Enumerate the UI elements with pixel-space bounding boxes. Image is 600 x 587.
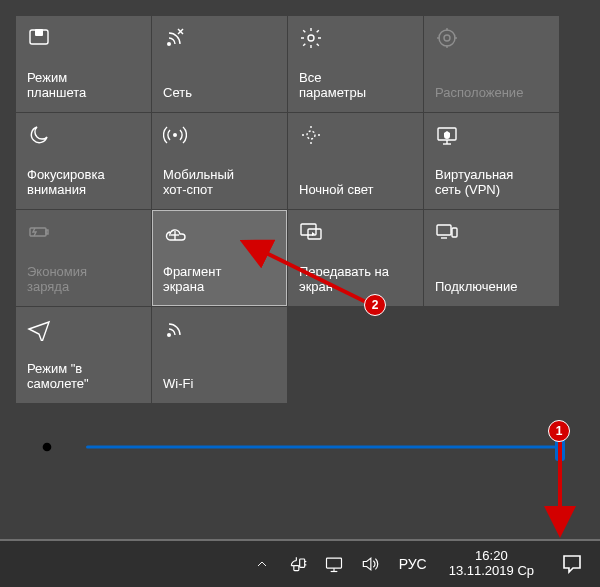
brightness-slider[interactable] bbox=[86, 435, 560, 459]
tile-label: Режим "в самолете" bbox=[27, 361, 140, 392]
tile-label: Экономия заряда bbox=[27, 264, 140, 295]
tile-project[interactable]: Передавать на экран bbox=[288, 210, 423, 306]
snip-icon bbox=[163, 219, 189, 245]
power-icon[interactable] bbox=[287, 553, 309, 575]
svg-point-0 bbox=[43, 443, 52, 452]
tile-focus-assist[interactable]: Фокусировка внимания bbox=[16, 113, 151, 209]
tile-battery-saver: Экономия заряда bbox=[16, 210, 151, 306]
hotspot-icon bbox=[163, 122, 189, 148]
connect-icon bbox=[435, 219, 461, 245]
taskbar: РУС 16:20 13.11.2019 Ср bbox=[0, 539, 600, 587]
tile-screen-snip[interactable]: Фрагмент экрана bbox=[152, 210, 287, 306]
tile-location: Расположение bbox=[424, 16, 559, 112]
airplane-icon bbox=[27, 316, 53, 342]
tile-label: Фрагмент экрана bbox=[163, 264, 276, 295]
tile-label: Все параметры bbox=[299, 70, 412, 101]
svg-line-6 bbox=[53, 453, 55, 455]
tile-label: Wi-Fi bbox=[163, 376, 276, 392]
quick-action-grid: Режим планшетаСетьВсе параметрыРасположе… bbox=[16, 16, 584, 403]
svg-line-8 bbox=[53, 439, 55, 441]
annotation-badge-2: 2 bbox=[364, 294, 386, 316]
tile-tablet-mode[interactable]: Режим планшета bbox=[16, 16, 151, 112]
annotation-badge-1: 1 bbox=[548, 420, 570, 442]
svg-rect-9 bbox=[293, 566, 298, 571]
action-center-button[interactable] bbox=[552, 544, 592, 584]
moon-icon bbox=[27, 122, 53, 148]
network-icon bbox=[163, 25, 189, 51]
tile-label: Мобильный хот-спот bbox=[163, 167, 276, 198]
svg-line-5 bbox=[39, 439, 41, 441]
tile-label: Виртуальная сеть (VPN) bbox=[435, 167, 548, 198]
tile-label: Расположение bbox=[435, 85, 548, 101]
tile-label: Сеть bbox=[163, 85, 276, 101]
tile-connect[interactable]: Подключение bbox=[424, 210, 559, 306]
wifi-icon bbox=[163, 316, 189, 342]
screenshot-stage: Режим планшетаСетьВсе параметрыРасположе… bbox=[0, 0, 600, 587]
svg-line-7 bbox=[39, 453, 41, 455]
language-indicator[interactable]: РУС bbox=[395, 556, 431, 572]
action-center-panel: Режим планшетаСетьВсе параметрыРасположе… bbox=[16, 16, 584, 403]
tile-label: Передавать на экран bbox=[299, 264, 412, 295]
clock-date: 13.11.2019 Ср bbox=[449, 564, 534, 579]
tile-network[interactable]: Сеть bbox=[152, 16, 287, 112]
tile-all-settings[interactable]: Все параметры bbox=[288, 16, 423, 112]
battery-icon bbox=[27, 219, 53, 245]
project-icon bbox=[299, 219, 325, 245]
clock-time: 16:20 bbox=[449, 549, 534, 564]
tile-night-light[interactable]: Ночной свет bbox=[288, 113, 423, 209]
chevron-up-icon[interactable] bbox=[251, 553, 273, 575]
svg-rect-10 bbox=[299, 559, 304, 567]
vpn-icon bbox=[435, 122, 461, 148]
tile-label: Подключение bbox=[435, 279, 548, 295]
nightlight-icon bbox=[299, 122, 325, 148]
gear-icon bbox=[299, 25, 325, 51]
clock[interactable]: 16:20 13.11.2019 Ср bbox=[445, 549, 538, 579]
brightness-track bbox=[86, 446, 560, 449]
volume-icon[interactable] bbox=[359, 553, 381, 575]
tile-label: Фокусировка внимания bbox=[27, 167, 140, 198]
tile-mobile-hotspot[interactable]: Мобильный хот-спот bbox=[152, 113, 287, 209]
brightness-row bbox=[30, 430, 560, 464]
tile-wifi[interactable]: Wi-Fi bbox=[152, 307, 287, 403]
brightness-icon bbox=[30, 430, 64, 464]
tile-airplane-mode[interactable]: Режим "в самолете" bbox=[16, 307, 151, 403]
tile-label: Режим планшета bbox=[27, 70, 140, 101]
location-icon bbox=[435, 25, 461, 51]
svg-rect-13 bbox=[326, 558, 341, 568]
tile-label: Ночной свет bbox=[299, 182, 412, 198]
tablet-icon bbox=[27, 25, 53, 51]
network-tray-icon[interactable] bbox=[323, 553, 345, 575]
tile-vpn[interactable]: Виртуальная сеть (VPN) bbox=[424, 113, 559, 209]
